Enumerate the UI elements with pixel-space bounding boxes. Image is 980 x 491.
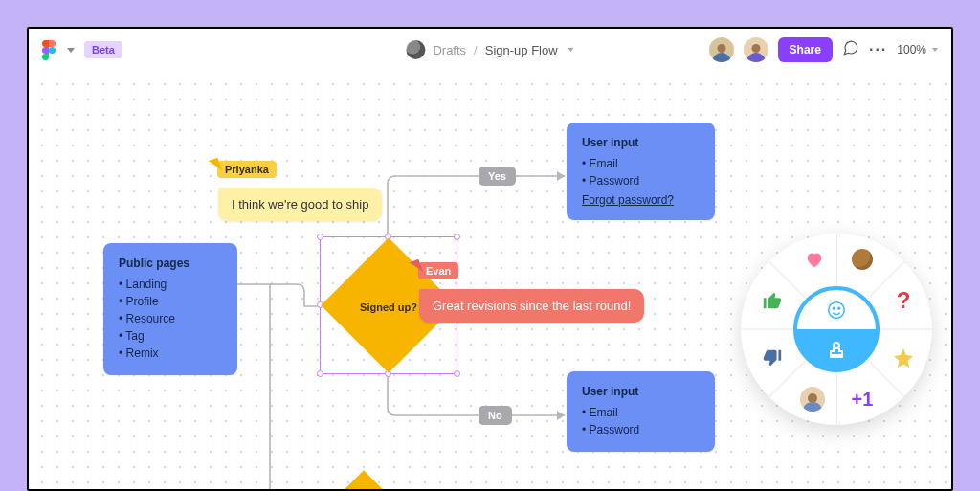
edge-label-yes[interactable]: Yes: [479, 167, 516, 186]
forgot-password-link: Forgot password?: [582, 193, 700, 207]
breadcrumb-separator: /: [474, 43, 478, 57]
svg-point-3: [833, 307, 835, 309]
breadcrumb-file: Sign-up Flow: [485, 43, 558, 57]
breadcrumb[interactable]: Drafts / Sign-up Flow: [406, 40, 573, 59]
reaction-plus-one-icon[interactable]: +1: [848, 385, 877, 413]
reaction-thumbs-down-icon[interactable]: [758, 344, 787, 372]
more-menu-icon[interactable]: ···: [869, 41, 887, 58]
app-window: Beta Drafts / Sign-up Flow Share ··· 100…: [27, 27, 953, 491]
node-user-input-top[interactable]: User input Email Password Forgot passwor…: [567, 123, 715, 220]
beta-badge: Beta: [84, 41, 122, 58]
wheel-center[interactable]: [793, 286, 880, 372]
node-title: User input: [582, 136, 700, 149]
figma-logo-icon[interactable]: [42, 40, 56, 59]
chat-bubble-evan: Great revisions since the last round!: [419, 289, 644, 323]
chat-bubble-priyanka: I think we're good to ship: [218, 188, 382, 221]
zoom-label: 100%: [897, 43, 926, 56]
cursor-name-label: Priyanka: [217, 161, 277, 178]
reaction-wheel[interactable]: ? +1: [741, 234, 932, 425]
cursor-priyanka: Priyanka: [211, 161, 277, 178]
collaborator-avatar-2[interactable]: [744, 37, 768, 62]
reaction-heart-icon[interactable]: [800, 245, 829, 274]
svg-marker-0: [557, 171, 565, 181]
zoom-level[interactable]: 100%: [897, 43, 938, 56]
wheel-emote-button[interactable]: [797, 290, 876, 329]
comment-icon[interactable]: [842, 39, 859, 60]
canvas[interactable]: Public pages Landing Profile Resource Ta…: [29, 71, 951, 489]
reaction-thumbs-up-icon[interactable]: [758, 286, 787, 315]
list-item: Password: [582, 172, 700, 190]
svg-point-4: [838, 307, 840, 309]
node-title: User input: [582, 385, 700, 398]
share-button[interactable]: Share: [778, 37, 833, 62]
chevron-down-icon[interactable]: [568, 48, 574, 52]
svg-marker-1: [557, 411, 565, 420]
node-list: Email Password: [582, 404, 700, 438]
list-item: Tag: [119, 327, 222, 345]
cursor-name-label: Evan: [418, 262, 458, 279]
node-title: Public pages: [119, 257, 222, 270]
toolbar: Beta Drafts / Sign-up Flow Share ··· 100…: [29, 29, 951, 71]
cursor-evan: Evan: [412, 262, 458, 279]
list-item: Remix: [119, 345, 222, 362]
reaction-dot-icon[interactable]: [848, 245, 877, 274]
list-item: Profile: [119, 293, 222, 310]
wheel-stamp-button[interactable]: [797, 329, 876, 368]
edge-label-no[interactable]: No: [479, 406, 512, 425]
list-item: Password: [582, 421, 700, 438]
node-public-pages[interactable]: Public pages Landing Profile Resource Ta…: [103, 243, 237, 375]
svg-point-2: [829, 301, 845, 318]
breadcrumb-folder: Drafts: [433, 43, 466, 57]
node-list: Email Password: [582, 155, 700, 190]
node-decision-diamond-2[interactable]: [296, 470, 431, 491]
list-item: Email: [582, 155, 700, 172]
collaborator-avatar-1[interactable]: [709, 37, 734, 62]
list-item: Email: [582, 404, 700, 421]
reaction-question-icon[interactable]: ?: [889, 286, 918, 315]
team-avatar-icon: [406, 40, 425, 59]
node-list: Landing Profile Resource Tag Remix: [119, 276, 222, 362]
list-item: Landing: [119, 276, 222, 293]
node-user-input-bottom[interactable]: User input Email Password: [567, 371, 715, 452]
list-item: Resource: [119, 310, 222, 327]
reaction-avatar-icon[interactable]: [798, 385, 827, 413]
svg-point-5: [834, 343, 839, 348]
chevron-down-icon[interactable]: [67, 48, 75, 53]
reaction-star-icon[interactable]: [889, 344, 918, 372]
decision-label: Signed up?: [360, 301, 417, 313]
chevron-down-icon: [932, 48, 938, 52]
